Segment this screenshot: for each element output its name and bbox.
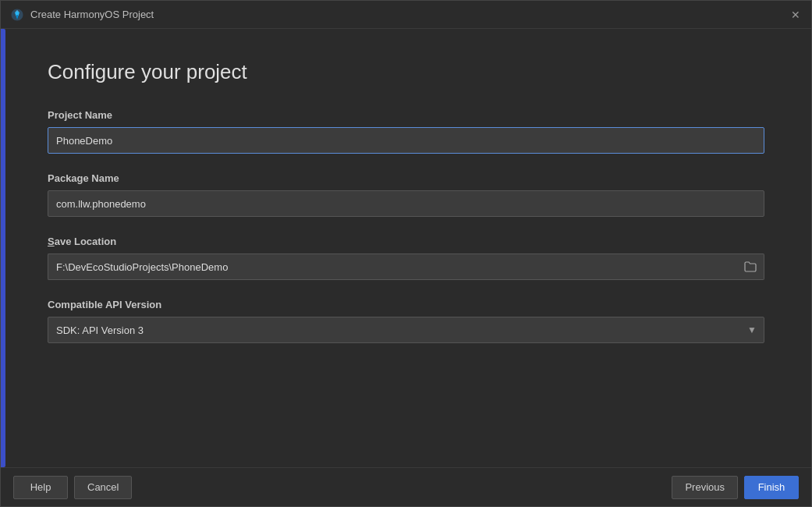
package-name-label: Package Name (48, 172, 764, 184)
help-button[interactable]: Help (13, 476, 68, 499)
save-location-label: Save Location (48, 236, 764, 247)
api-version-label: Compatible API Version (48, 299, 764, 310)
title-bar: Create HarmonyOS Project ✕ (1, 1, 811, 29)
left-accent-bar (1, 29, 5, 467)
package-name-group: Package Name (48, 172, 764, 217)
save-location-input[interactable] (48, 254, 736, 280)
dialog-window: Create HarmonyOS Project ✕ Configure you… (0, 0, 812, 507)
api-version-select[interactable]: SDK: API Version 3 SDK: API Version 4 SD… (48, 317, 764, 343)
folder-icon (744, 261, 757, 272)
close-button[interactable]: ✕ (789, 9, 802, 21)
project-name-input[interactable] (48, 127, 764, 154)
previous-button[interactable]: Previous (672, 476, 738, 499)
bottom-right-buttons: Previous Finish (672, 476, 799, 499)
save-location-row (48, 254, 764, 280)
dialog-title: Create HarmonyOS Project (30, 9, 154, 20)
project-name-group: Project Name (48, 109, 764, 154)
save-location-group: Save Location (48, 236, 764, 280)
project-name-label: Project Name (48, 109, 764, 121)
browse-folder-button[interactable] (736, 254, 764, 280)
cancel-button[interactable]: Cancel (74, 476, 132, 499)
title-bar-left: Create HarmonyOS Project (10, 8, 154, 22)
page-title: Configure your project (48, 60, 764, 84)
api-version-group: Compatible API Version SDK: API Version … (48, 299, 764, 343)
main-content: Configure your project Project Name Pack… (1, 29, 811, 467)
bottom-left-buttons: Help Cancel (13, 476, 132, 499)
finish-button[interactable]: Finish (744, 476, 799, 499)
harmonyos-logo-icon (10, 8, 24, 22)
api-version-select-wrapper: SDK: API Version 3 SDK: API Version 4 SD… (48, 317, 764, 343)
bottom-bar: Help Cancel Previous Finish (1, 467, 811, 506)
package-name-input[interactable] (48, 190, 764, 217)
